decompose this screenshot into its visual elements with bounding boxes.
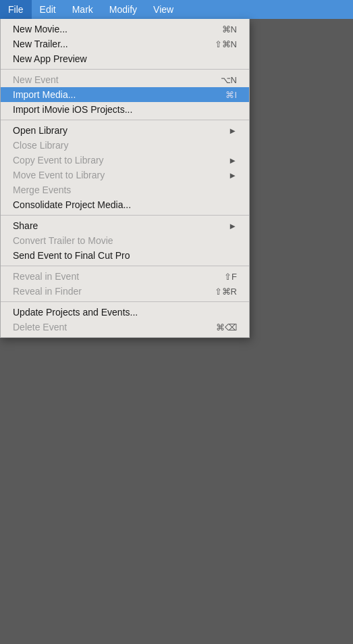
file-dropdown-menu: New Movie... ⌘N New Trailer... ⇧⌘N New A… [0,19,250,338]
menu-item-new-trailer[interactable]: New Trailer... ⇧⌘N [1,36,249,51]
menu-item-reveal-in-event[interactable]: Reveal in Event ⇧F [1,269,249,284]
menu-item-update-projects-events[interactable]: Update Projects and Events... [1,305,249,320]
menu-bar-mark[interactable]: Mark [64,0,101,19]
menu-item-new-app-preview[interactable]: New App Preview [1,51,249,66]
menu-item-move-event-to-library[interactable]: Move Event to Library ► [1,168,249,182]
separator-5 [1,301,249,302]
menu-bar: File Edit Mark Modify View [0,0,353,19]
menu-item-import-media[interactable]: Import Media... ⌘I [1,87,249,102]
separator-2 [1,120,249,120]
menu-item-send-event-final-cut[interactable]: Send Event to Final Cut Pro [1,248,249,263]
menu-item-consolidate-project-media[interactable]: Consolidate Project Media... [1,197,249,212]
menu-item-import-imovie-ios[interactable]: Import iMovie iOS Projects... [1,102,249,117]
menu-bar-modify[interactable]: Modify [101,0,145,19]
menu-bar-view[interactable]: View [145,0,182,19]
separator-1 [1,69,249,70]
menu-item-new-event[interactable]: New Event ⌥N [1,72,249,87]
menu-item-convert-trailer[interactable]: Convert Trailer to Movie [1,233,249,248]
menu-item-copy-event-to-library[interactable]: Copy Event to Library ► [1,153,249,168]
separator-3 [1,215,249,216]
menu-bar-file[interactable]: File [0,0,32,19]
menu-item-new-movie[interactable]: New Movie... ⌘N [1,22,249,36]
menu-item-merge-events[interactable]: Merge Events [1,182,249,197]
menu-item-delete-event[interactable]: Delete Event ⌘⌫ [1,320,249,335]
separator-4 [1,266,249,266]
menu-item-share[interactable]: Share ► [1,218,249,233]
menu-item-open-library[interactable]: Open Library ► [1,123,249,138]
menu-item-close-library[interactable]: Close Library [1,138,249,153]
menu-bar-edit[interactable]: Edit [32,0,64,19]
menu-item-reveal-in-finder[interactable]: Reveal in Finder ⇧⌘R [1,284,249,299]
